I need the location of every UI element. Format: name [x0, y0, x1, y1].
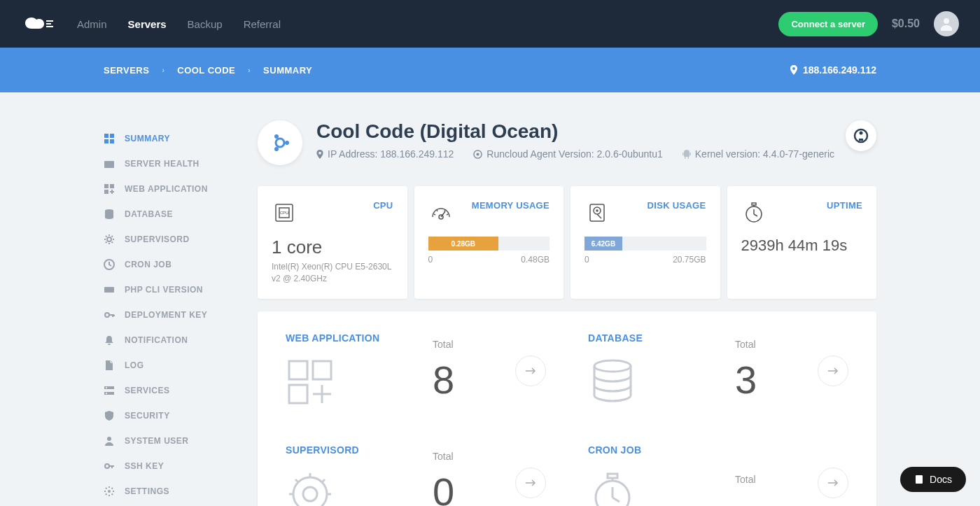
svg-point-18 [105, 313, 109, 317]
cpu-cores: 1 core [272, 237, 393, 258]
logo[interactable] [21, 13, 56, 34]
svg-text:CPU: CPU [280, 211, 289, 215]
svg-rect-56 [752, 203, 756, 205]
sidebar-item-cron-job[interactable]: CRON JOB [104, 252, 237, 277]
sidebar-item-web-application[interactable]: WEB APPLICATION [104, 176, 237, 202]
gear-icon [104, 234, 115, 245]
sidebar-item-label: CRON JOB [125, 260, 172, 269]
svg-rect-35 [685, 157, 686, 159]
nav-servers[interactable]: Servers [128, 18, 167, 30]
sidebar-item-notification[interactable]: NOTIFICATION [104, 328, 237, 353]
summary-supervisord: SUPERVISORDTotal0 [286, 444, 546, 506]
svg-rect-33 [682, 153, 684, 155]
user-avatar[interactable] [934, 11, 959, 36]
docs-button[interactable]: Docs [900, 467, 966, 492]
summary-arrow-button[interactable] [818, 468, 848, 498]
nav-admin[interactable]: Admin [77, 18, 107, 30]
svg-line-52 [597, 214, 601, 218]
svg-point-28 [274, 134, 279, 139]
svg-rect-32 [684, 152, 690, 157]
disk-icon [584, 200, 610, 225]
services-icon [104, 385, 115, 396]
svg-line-46 [437, 210, 438, 211]
sidebar-item-log[interactable]: LOG [104, 353, 237, 378]
svg-rect-7 [110, 139, 114, 143]
summary-count: 0 [433, 469, 494, 506]
svg-rect-58 [289, 361, 307, 379]
svg-rect-70 [608, 474, 617, 478]
svg-rect-4 [104, 134, 108, 138]
sidebar-item-summary[interactable]: SUMMARY [104, 126, 237, 151]
meta-ip: IP Address: 188.166.249.112 [316, 148, 454, 160]
sidebar-item-supervisord[interactable]: SUPERVISORD [104, 227, 237, 252]
sidebar-item-php-cli-version[interactable]: PHP CLI VERSION [104, 277, 237, 302]
db-icon [104, 209, 115, 220]
svg-point-38 [860, 132, 863, 135]
svg-line-48 [447, 214, 448, 215]
stat-uptime: UPTIME 2939h 44m 19s [727, 186, 877, 299]
svg-point-27 [285, 141, 289, 145]
svg-rect-6 [104, 139, 108, 143]
location-icon [790, 65, 797, 75]
breadcrumb-item[interactable]: SERVERS [104, 65, 149, 76]
svg-point-67 [303, 487, 317, 501]
summary-arrow-button[interactable] [818, 356, 848, 386]
sidebar-item-ssh-key[interactable]: SSH KEY [104, 454, 237, 479]
sidebar: SUMMARYSERVER HEALTHWEB APPLICATIONDATAB… [104, 92, 237, 506]
topbar: AdminServersBackupReferral Connect a ser… [0, 0, 980, 48]
clock-icon [588, 470, 637, 506]
clock-icon [104, 259, 115, 270]
cpu-icon: CPU [272, 200, 297, 225]
gauge-icon [428, 200, 454, 225]
sidebar-item-label: LOG [125, 360, 144, 370]
chevron-right-icon: › [248, 66, 251, 74]
svg-rect-39 [859, 139, 863, 141]
summary-web-application: WEB APPLICATIONTotal8 [286, 332, 546, 409]
php-icon [104, 284, 115, 295]
db-icon [588, 358, 637, 407]
file-icon [104, 360, 115, 371]
memory-used: 0.28GB [428, 237, 499, 251]
svg-point-21 [106, 387, 107, 388]
key-icon [104, 309, 115, 321]
svg-rect-36 [687, 157, 689, 159]
breadcrumb-item[interactable]: COOL CODE [177, 65, 235, 76]
nav-referral[interactable]: Referral [244, 18, 281, 30]
svg-point-23 [107, 437, 111, 441]
sidebar-item-deployment-key[interactable]: DEPLOYMENT KEY [104, 302, 237, 328]
sidebar-item-label: SERVER HEALTH [125, 159, 200, 169]
connect-server-button[interactable]: Connect a server [778, 12, 878, 36]
svg-rect-59 [313, 361, 331, 379]
nav-backup[interactable]: Backup [188, 18, 223, 30]
svg-rect-11 [104, 190, 108, 194]
sidebar-item-label: DEPLOYMENT KEY [125, 310, 207, 320]
svg-rect-60 [289, 385, 307, 403]
sidebar-item-server-health[interactable]: SERVER HEALTH [104, 151, 237, 176]
cpu-description: Intel(R) Xeon(R) CPU E5-2630L v2 @ 2.40G… [272, 261, 393, 285]
total-label: Total [433, 339, 494, 350]
sidebar-item-services[interactable]: SERVICES [104, 378, 237, 403]
sidebar-item-database[interactable]: DATABASE [104, 202, 237, 227]
sidebar-item-system-user[interactable]: SYSTEM USER [104, 428, 237, 454]
digitalocean-icon [853, 127, 869, 144]
svg-rect-2 [46, 26, 53, 27]
docs-icon [914, 475, 924, 484]
summary-title: WEB APPLICATION [286, 332, 412, 344]
bell-icon [104, 335, 115, 346]
svg-point-64 [594, 360, 631, 372]
grid-icon [104, 133, 115, 144]
sidebar-item-label: SETTINGS [125, 486, 169, 496]
summary-arrow-button[interactable] [515, 468, 546, 498]
sidebar-item-security[interactable]: SECURITY [104, 403, 237, 428]
summary-arrow-button[interactable] [515, 356, 546, 386]
server-ip-display: 188.166.249.112 [790, 64, 876, 76]
sidebar-item-settings[interactable]: SETTINGS [104, 479, 237, 504]
summary-title: CRON JOB [588, 444, 714, 456]
os-badge [258, 120, 302, 165]
sidebar-item-label: SECURITY [125, 411, 170, 421]
sidebar-item-label: SUPERVISORD [125, 234, 190, 244]
total-label: Total [735, 474, 797, 485]
svg-rect-34 [690, 153, 691, 155]
svg-rect-1 [46, 23, 51, 24]
svg-line-55 [754, 214, 757, 216]
